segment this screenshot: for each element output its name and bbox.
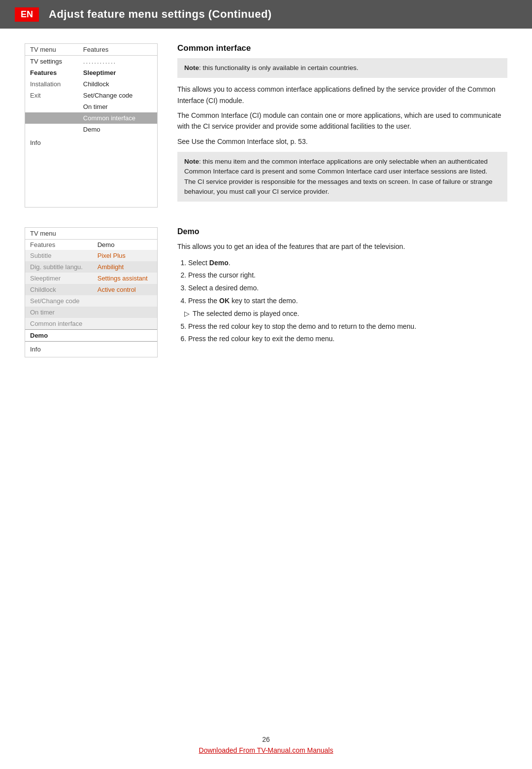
menu-exit-label: Exit [25, 90, 78, 101]
menu-commoninterface-label: Common interface [78, 112, 157, 124]
menu2-demo-label: Demo [25, 330, 93, 342]
menu-tvsettings-dots: ............ [78, 56, 157, 68]
menu-box-1: TV menu Features TV settings ...........… [25, 43, 158, 208]
para1-demo: This allows you to get an idea of the fe… [177, 241, 507, 252]
menu2-row-demo-selected: Demo [25, 330, 157, 342]
menu2-row-setchangecode: Set/Change code [25, 295, 157, 307]
demo-steps-list-2: Press the red colour key to stop the dem… [188, 321, 507, 346]
menu2-activecontrol-label: Active control [93, 284, 157, 295]
menu2-commoninterface-label: Common interface [25, 318, 93, 330]
demo-step-2: Press the cursor right. [188, 270, 507, 281]
menu-box-2: TV menu Features Demo Subtitle Pixel Plu… [25, 227, 158, 357]
menu-sleeptimer-label: Sleeptimer [78, 67, 157, 78]
note2-text: : this menu item and the common interfac… [184, 158, 493, 195]
menu2-demo-header: Demo [93, 240, 157, 250]
menu-row-tvsettings: TV settings ............ [25, 56, 157, 68]
para2-commoninterface: The Common Interface (CI) module can con… [177, 110, 507, 132]
menu-row-ontimer: On timer [25, 101, 157, 112]
menu-tvsettings-label: TV settings [25, 56, 78, 68]
demo-arrow-text: The selected demo is played once. [193, 308, 299, 320]
menu-info1-label: Info [25, 135, 157, 148]
menu-demo1-left [25, 124, 78, 135]
page-title: Adjust feature menu settings (Continued) [49, 8, 272, 21]
heading-demo: Demo [177, 227, 507, 236]
section-demo: TV menu Features Demo Subtitle Pixel Plu… [25, 227, 507, 357]
menu2-childlock-label: Childlock [25, 284, 93, 295]
menu2-settingsassistant-label: Settings assistant [93, 273, 157, 284]
note2-label: Note [184, 158, 199, 165]
menu2-digsubtitle-label: Dig. subtitle langu. [25, 261, 93, 273]
menu2-subheader-row: Features Demo [25, 240, 157, 250]
text-col-commoninterface: Common interface Note: this functionalit… [177, 43, 507, 208]
menu-commoninterface-left [25, 112, 78, 124]
demo-arrow-item: ▷ The selected demo is played once. [184, 308, 507, 320]
menu2-sleeptimer-label: Sleeptimer [25, 273, 93, 284]
menu-row-installation: Installation Childlock [25, 78, 157, 90]
menu-row-features: Features Sleeptimer [25, 67, 157, 78]
menu2-setchangecode-label: Set/Change code [25, 295, 93, 307]
menu2-subtitle-label: Subtitle [25, 250, 93, 261]
para1-commoninterface: This allows you to access common interfa… [177, 84, 507, 106]
heading-commoninterface: Common interface [177, 43, 507, 53]
menu2-row-ontimer: On timer [25, 307, 157, 318]
header-bar: EN Adjust feature menu settings (Continu… [0, 0, 532, 29]
menu2-ontimer-label: On timer [25, 307, 93, 318]
menu2-features-label: Features [25, 240, 93, 250]
menu-ontimer-left [25, 101, 78, 112]
menu2-row-subtitle: Subtitle Pixel Plus [25, 250, 157, 261]
demo-step-4: Press the OK key to start the demo. [188, 295, 507, 307]
menu2-info-label: Info [25, 342, 157, 357]
menu-demo1-label: Demo [78, 124, 157, 135]
para3-commoninterface: See Use the Common Interface slot, p. 53… [177, 136, 507, 147]
demo-step-6: Press the red colour key to exit the dem… [188, 333, 507, 345]
menu-childlock-label: Childlock [78, 78, 157, 90]
menu2-row-childlock: Childlock Active control [25, 284, 157, 295]
page-content: TV menu Features TV settings ...........… [0, 29, 532, 392]
menu-row-exit: Exit Set/Change code [25, 90, 157, 101]
menu-row-commoninterface: Common interface [25, 112, 157, 124]
text-col-demo: Demo This allows you to get an idea of t… [177, 227, 507, 357]
page-footer: 26 Downloaded From TV-Manual.com Manuals [0, 735, 532, 754]
menu-setchangecode-label: Set/Change code [78, 90, 157, 101]
menu-row-info1: Info [25, 135, 157, 148]
note-box-2: Note: this menu item and the common inte… [177, 152, 507, 202]
menu2-row-digsubtitle: Dig. subtitle langu. Ambilight [25, 261, 157, 273]
demo-step-1: Select Demo. [188, 257, 507, 269]
menu2-ambilight-label: Ambilight [93, 261, 157, 273]
menu2-commoninterface-right [93, 318, 157, 330]
section-common-interface: TV menu Features TV settings ...........… [25, 43, 507, 208]
menu-header-features: Features [78, 44, 157, 56]
menu-header-row-1: TV menu Features [25, 44, 157, 56]
demo-step-5: Press the red colour key to stop the dem… [188, 321, 507, 333]
note-box-1: Note: this functionality is only availab… [177, 58, 507, 78]
demo-arrow-icon: ▷ [184, 308, 190, 320]
menu-header-tvmenu: TV menu [25, 44, 78, 56]
menu2-header-row: TV menu [25, 228, 157, 240]
page-number: 26 [262, 735, 270, 743]
menu2-header-tvmenu: TV menu [25, 228, 157, 240]
demo-step-4-bold: OK [219, 297, 230, 305]
en-badge: EN [15, 7, 39, 22]
menu2-row-info: Info [25, 342, 157, 357]
demo-step-3: Select a desired demo. [188, 282, 507, 294]
menu-installation-label: Installation [25, 78, 78, 90]
menu2-ontimer-right [93, 307, 157, 318]
demo-steps-list: Select Demo. Press the cursor right. Sel… [188, 257, 507, 307]
menu-row-demo1: Demo [25, 124, 157, 135]
menu2-demo-right [93, 330, 157, 342]
menu2-row-sleeptimer: Sleeptimer Settings assistant [25, 273, 157, 284]
menu2-row-commoninterface: Common interface [25, 318, 157, 330]
demo-step-1-bold: Demo [209, 259, 229, 267]
menu-ontimer-label: On timer [78, 101, 157, 112]
footer-link[interactable]: Downloaded From TV-Manual.com Manuals [199, 746, 333, 754]
note1-label: Note [184, 64, 199, 71]
menu2-setchangecode-right [93, 295, 157, 307]
note1-text: : this functionality is only available i… [199, 64, 358, 71]
menu-features-label: Features [25, 67, 78, 78]
menu2-pixelplus-label: Pixel Plus [93, 250, 157, 261]
